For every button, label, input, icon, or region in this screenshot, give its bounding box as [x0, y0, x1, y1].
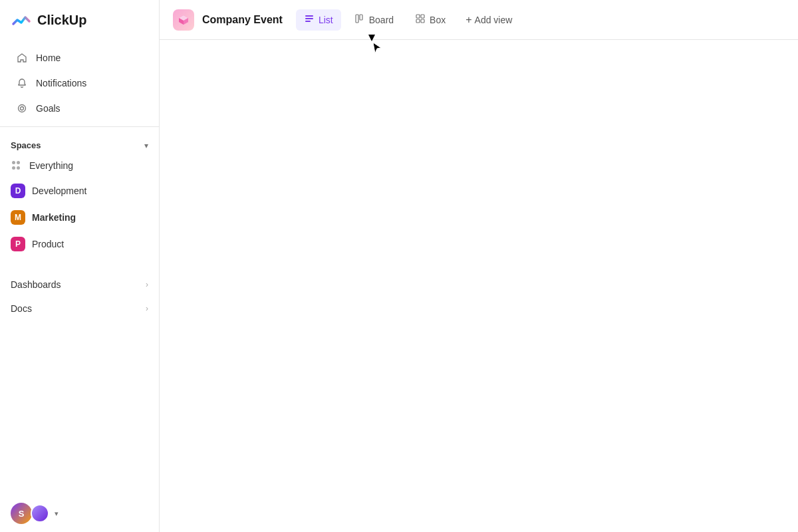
svg-point-1: [21, 107, 24, 110]
clickup-logo-icon: [11, 9, 32, 31]
project-title: Company Event: [202, 14, 283, 26]
logo[interactable]: ClickUp: [0, 0, 159, 40]
dashboards-label: Dashboards: [11, 279, 61, 290]
project-icon: [173, 9, 194, 31]
sidebar-item-home[interactable]: Home: [5, 45, 154, 70]
docs-label: Docs: [11, 303, 32, 314]
user-avatar-s: S: [11, 503, 32, 524]
sidebar-item-goals[interactable]: Goals: [5, 96, 154, 121]
add-view-plus-icon: +: [466, 14, 471, 26]
goals-icon: [16, 102, 28, 114]
chevron-down-icon: ▾: [144, 141, 148, 150]
main-nav: Home Notifications Goals: [0, 40, 159, 127]
svg-rect-6: [360, 15, 362, 20]
product-avatar: P: [11, 237, 25, 251]
box-icon: [415, 13, 426, 27]
sidebar-item-goals-label: Goals: [36, 103, 61, 114]
main-area: Company Event List Board Box + Add view: [160, 0, 798, 532]
bell-icon: [16, 77, 28, 89]
svg-rect-9: [416, 19, 420, 23]
svg-rect-10: [421, 19, 424, 23]
product-label: Product: [32, 239, 64, 249]
board-icon: [354, 13, 365, 27]
main-content: [160, 40, 798, 532]
svg-rect-7: [416, 15, 420, 18]
development-label: Development: [32, 186, 87, 196]
marketing-label: Marketing: [32, 212, 76, 223]
sidebar-item-docs[interactable]: Docs ›: [5, 297, 154, 321]
tab-board-label: Board: [369, 15, 394, 25]
spaces-section: Spaces ▾ Everything D Development M Mark…: [0, 127, 159, 262]
spaces-header[interactable]: Spaces ▾: [5, 138, 154, 153]
development-avatar: D: [11, 184, 25, 198]
add-view-button[interactable]: + Add view: [459, 10, 519, 30]
docs-left: Docs: [11, 303, 32, 314]
logo-text: ClickUp: [37, 13, 86, 28]
sidebar-item-everything[interactable]: Everything: [5, 154, 154, 177]
dashboards-left: Dashboards: [11, 279, 61, 290]
sidebar-item-home-label: Home: [36, 53, 61, 63]
sidebar-item-notifications[interactable]: Notifications: [5, 70, 154, 96]
tab-list[interactable]: List: [296, 9, 341, 31]
sidebar-item-development[interactable]: D Development: [5, 178, 154, 203]
dashboards-chevron-icon: ›: [146, 280, 148, 289]
sidebar-item-dashboards[interactable]: Dashboards ›: [5, 273, 154, 297]
bottom-nav: Dashboards › Docs ›: [0, 267, 159, 326]
tab-board[interactable]: Board: [346, 9, 402, 31]
sidebar-item-product[interactable]: P Product: [5, 231, 154, 257]
tab-box-label: Box: [430, 15, 446, 25]
footer-chevron-icon: ▾: [55, 509, 59, 518]
svg-point-0: [19, 105, 26, 112]
marketing-avatar: M: [11, 210, 25, 225]
project-cube-icon: [177, 13, 190, 27]
svg-rect-4: [305, 21, 311, 22]
sidebar-footer[interactable]: S ▾: [0, 495, 159, 532]
topbar: Company Event List Board Box + Add view: [160, 0, 798, 40]
tab-list-label: List: [319, 15, 333, 25]
svg-rect-2: [305, 15, 313, 17]
sidebar: ClickUp Home Notifications Goals Spaces …: [0, 0, 160, 532]
svg-rect-8: [421, 15, 424, 18]
svg-rect-3: [305, 18, 313, 19]
spaces-title: Spaces: [11, 140, 41, 150]
sidebar-item-marketing[interactable]: M Marketing: [5, 205, 154, 230]
everything-icon: [11, 160, 23, 172]
home-icon: [16, 52, 28, 64]
docs-chevron-icon: ›: [146, 304, 148, 313]
user-avatar-photo: [31, 504, 49, 523]
list-icon: [304, 13, 315, 27]
add-view-label: Add view: [475, 15, 513, 25]
everything-label: Everything: [29, 160, 73, 171]
svg-rect-5: [356, 15, 358, 23]
sidebar-item-notifications-label: Notifications: [36, 78, 86, 88]
tab-box[interactable]: Box: [407, 9, 454, 31]
